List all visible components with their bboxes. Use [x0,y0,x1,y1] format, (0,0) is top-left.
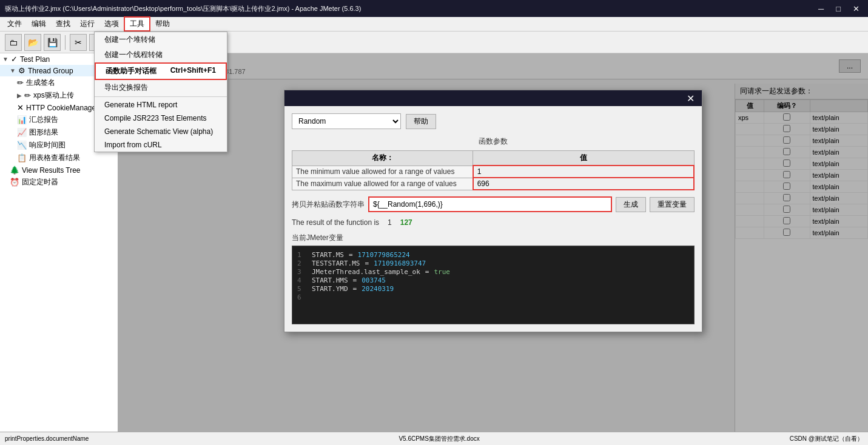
params-table: 名称： 值 The minimum value allowed for a ra… [292,150,695,190]
reset-btn[interactable]: 重置变量 [650,197,695,212]
menu-import-curl[interactable]: Import from cURL [95,138,227,152]
modal-overlay: ✕ Random 帮助 函数参数 名称： [118,53,868,432]
menu-separator [95,96,227,97]
param-row-max: The maximum value allowed for a range of… [292,178,695,190]
params-section-title: 函数参数 [292,136,695,147]
param-min-value [473,166,694,178]
summary-icon: 📊 [17,115,27,124]
menu-function-helper[interactable]: 函数助手对话框 Ctrl+Shift+F1 [95,62,227,80]
param-min-input[interactable] [477,167,690,176]
copy-label: 拷贝并粘贴函数字符串 [292,199,365,210]
title-text: 驱动上传作业2.jmx (C:\Users\Administrator\Desk… [5,4,361,13]
menu-edit[interactable]: 编辑 [27,18,51,30]
tree-summary-label: 汇总报告 [29,115,58,125]
tree-threadgroup-label: Thread Group [28,67,73,75]
maximize-btn[interactable]: □ [832,3,844,15]
result-line-num: 1 [388,218,392,227]
menu-create-thread-dump[interactable]: 创建一个线程转储 [95,47,227,62]
toolbar-sep1 [65,35,66,50]
vars-terminal: 1START.MS=17107798652242TESTSTART.MS=171… [292,246,695,324]
var-line: 2TESTSTART.MS=1710916893747 [297,259,689,267]
menu-run[interactable]: 运行 [75,18,99,30]
timer-icon: ⏰ [10,178,19,187]
param-row-min: The minimum value allowed for a range of… [292,166,695,178]
menu-generate-html[interactable]: Generate HTML report [95,98,227,112]
var-line: 4START.HMS=003745 [297,276,689,284]
result-row: The result of the function is 1 127 [292,218,695,227]
menu-create-heap-dump[interactable]: 创建一个堆转储 [95,32,227,47]
func-selector-row: Random 帮助 [292,113,695,129]
modal-close-btn[interactable]: ✕ [684,93,697,104]
copy-input[interactable] [368,196,612,212]
title-bar-controls: ─ □ ✕ [815,3,863,15]
tree-cookie-label: HTTP CookieManage [26,104,96,112]
menu-search[interactable]: 查找 [51,18,75,30]
test-plan-icon: ✓ [11,55,18,64]
tree-arrow-threadgroup: ▼ [10,67,16,74]
menu-options[interactable]: 选项 [99,18,124,30]
cookie-icon: ✕ [17,103,24,112]
graph-icon: 📈 [17,128,27,137]
menu-generate-schematic[interactable]: Generate Schematic View (alpha) [95,125,227,138]
content-panel: xps驱动上传 from cURL on 2024-03-19T16:04:31… [118,53,868,432]
tree-timer-label: 固定定时器 [22,177,58,187]
view-results-icon: 🌲 [10,166,19,175]
modal-header: ✕ [284,90,702,106]
var-line: 3JMeterThread.last_sample_ok=true [297,268,689,276]
var-line: 1START.MS=1710779865224 [297,251,689,259]
menu-tools[interactable]: 工具 [124,16,150,32]
tree-graph-label: 图形结果 [29,127,58,138]
tree-viewresults-label: View Results Tree [22,166,81,175]
function-select[interactable]: Random [292,113,401,129]
tree-table-results[interactable]: 📋 用表格查看结果 [0,152,118,164]
tree-tableresults-label: 用表格查看结果 [29,153,80,163]
generate-btn[interactable]: 生成 [616,197,646,212]
tree-xpsupload-label: xps驱动上传 [33,90,74,101]
col-name-header: 名称： [292,151,473,166]
title-bar: 驱动上传作业2.jmx (C:\Users\Administrator\Desk… [0,0,868,17]
param-max-value [473,178,694,190]
toolbar-cut[interactable]: ✂ [70,34,87,51]
toolbar-save[interactable]: 💾 [44,34,61,51]
table-results-icon: 📋 [17,153,27,162]
param-min-name: The minimum value allowed for a range of… [292,166,473,178]
param-max-input[interactable] [477,179,690,188]
generate-sign-icon: ✏ [17,78,24,87]
menu-export-report[interactable]: 导出交换报告 [95,80,227,95]
menu-help[interactable]: 帮助 [150,18,175,30]
var-line: 6 [297,293,689,301]
tree-view-results[interactable]: 🌲 View Results Tree [0,164,118,176]
xps-upload-icon: ✏ [24,91,31,100]
tree-timer[interactable]: ⏰ 固定定时器 [0,176,118,189]
menu-bar: 文件 编辑 查找 运行 选项 工具 帮助 创建一个堆转储 创建一个线程转储 函数… [0,17,868,32]
minimize-btn[interactable]: ─ [815,3,827,15]
tree-arrow-xps: ▶ [17,92,22,99]
result-label: The result of the function is [292,218,379,227]
menu-file[interactable]: 文件 [2,18,27,30]
param-max-name: The maximum value allowed for a range of… [292,178,473,190]
toolbar-new[interactable]: 🗀 [5,34,22,51]
tree-generatesign-label: 生成签名 [26,78,55,88]
menu-compile-jsr[interactable]: Compile JSR223 Test Elements [95,112,227,125]
tree-testplan-label: Test Plan [20,55,50,64]
tree-responsetime-label: 响应时间图 [29,140,66,150]
tools-dropdown: 创建一个堆转储 创建一个线程转储 函数助手对话框 Ctrl+Shift+F1 导… [94,32,227,152]
col-value-header: 值 [473,151,694,166]
close-btn[interactable]: ✕ [849,3,863,15]
tree-arrow-testplan: ▼ [2,56,8,62]
copy-row: 拷贝并粘贴函数字符串 生成 重置变量 [292,196,695,212]
thread-group-icon: ⚙ [18,66,25,75]
vars-label: 当前JMeter变量 [292,233,695,243]
function-helper-modal: ✕ Random 帮助 函数参数 名称： [284,90,702,332]
response-time-icon: 📉 [17,141,27,150]
var-line: 5START.YMD=20240319 [297,285,689,293]
toolbar-open[interactable]: 📂 [24,34,41,51]
help-btn[interactable]: 帮助 [406,114,436,129]
result-value: 127 [400,218,412,227]
modal-body: Random 帮助 函数参数 名称： 值 [284,106,702,332]
